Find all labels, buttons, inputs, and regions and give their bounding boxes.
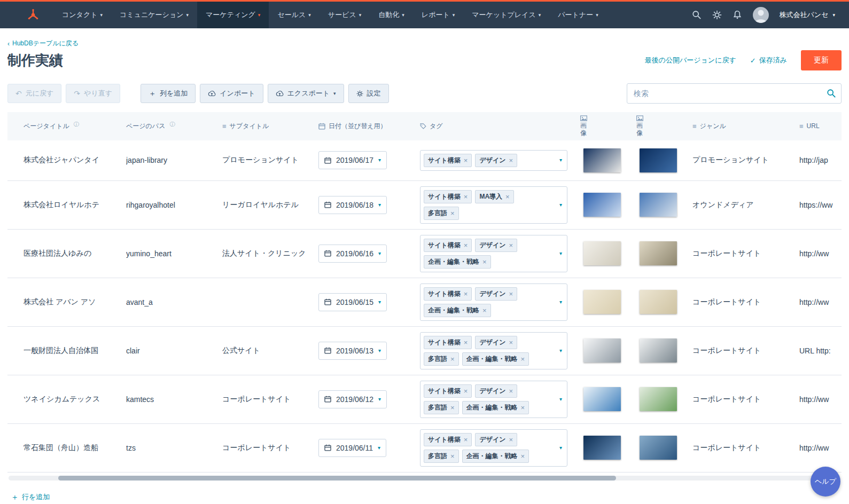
remove-tag-icon[interactable]: × xyxy=(450,452,455,460)
search-input[interactable] xyxy=(627,83,842,104)
nav-item[interactable]: マーケティング▾ xyxy=(197,2,269,28)
image-thumbnail[interactable] xyxy=(583,436,621,460)
tags-select[interactable]: サイト構築×デザイン×多言語×企画・編集・戦略×▾ xyxy=(420,381,567,418)
column-header-1[interactable]: ページのパスⓘ xyxy=(120,119,216,134)
remove-tag-icon[interactable]: × xyxy=(464,193,468,201)
cell-url[interactable]: http://ww xyxy=(793,444,842,452)
cell-subtitle[interactable]: コーポレートサイト xyxy=(216,395,312,404)
image-thumbnail[interactable] xyxy=(583,193,621,217)
bell-icon[interactable] xyxy=(733,10,742,20)
tags-select[interactable]: サイト構築×デザイン×多言語×企画・編集・戦略×▾ xyxy=(420,332,567,369)
remove-tag-icon[interactable]: × xyxy=(509,436,513,444)
cell-genre[interactable]: コーポレートサイト xyxy=(686,346,793,356)
remove-tag-icon[interactable]: × xyxy=(450,404,455,412)
image-thumbnail[interactable] xyxy=(583,148,621,172)
remove-tag-icon[interactable]: × xyxy=(464,156,468,164)
remove-tag-icon[interactable]: × xyxy=(450,209,455,217)
cell-url[interactable]: http://ww xyxy=(793,395,842,404)
cell-url[interactable]: https://ww xyxy=(793,201,842,209)
cell-page-path[interactable]: rihgaroyalhotel xyxy=(120,201,216,209)
nav-item[interactable]: コミュニケーション▾ xyxy=(111,2,197,28)
cell-page-path[interactable]: yumino_heart xyxy=(120,249,216,258)
remove-tag-icon[interactable]: × xyxy=(450,355,455,363)
horizontal-scrollbar-thumb[interactable] xyxy=(58,476,616,481)
avatar[interactable] xyxy=(753,7,769,23)
breadcrumb-back-link[interactable]: ‹ HubDBテーブルに戻る xyxy=(7,39,79,48)
image-thumbnail[interactable] xyxy=(583,338,621,363)
help-button[interactable]: ヘルプ xyxy=(811,467,840,497)
gear-icon[interactable] xyxy=(712,10,722,20)
image-thumbnail[interactable] xyxy=(640,338,677,363)
cell-url[interactable]: http://jap xyxy=(793,156,842,164)
cell-url[interactable]: URL http: xyxy=(793,346,842,355)
remove-tag-icon[interactable]: × xyxy=(509,156,513,164)
date-picker[interactable]: 2019/06/15▾ xyxy=(318,293,387,311)
cell-page-title[interactable]: 医療社団法人ゆみの xyxy=(7,249,120,258)
cell-subtitle[interactable]: コーポレートサイト xyxy=(216,443,312,453)
remove-tag-icon[interactable]: × xyxy=(509,338,513,346)
column-header-5[interactable]: 画像 xyxy=(574,112,630,140)
column-header-3[interactable]: 日付（並び替え用） xyxy=(312,119,414,134)
image-thumbnail[interactable] xyxy=(583,387,621,411)
cell-url[interactable]: http://ww xyxy=(793,298,842,306)
tags-select[interactable]: サイト構築×MA導入×多言語×▾ xyxy=(420,186,567,224)
tags-select[interactable]: サイト構築×デザイン×多言語×企画・編集・戦略×▾ xyxy=(420,429,567,467)
date-picker[interactable]: 2019/06/12▾ xyxy=(318,390,387,408)
cell-genre[interactable]: プロモーションサイト xyxy=(686,155,793,165)
remove-tag-icon[interactable]: × xyxy=(464,436,468,444)
tags-select[interactable]: サイト構築×デザイン×企画・編集・戦略×▾ xyxy=(420,235,567,272)
cell-page-path[interactable]: tzs xyxy=(120,444,216,452)
column-header-8[interactable]: ≡URL xyxy=(793,119,842,133)
nav-item[interactable]: マーケットプレイス▾ xyxy=(463,2,549,28)
remove-tag-icon[interactable]: × xyxy=(464,387,468,395)
horizontal-scrollbar-track[interactable] xyxy=(9,476,840,481)
remove-tag-icon[interactable]: × xyxy=(464,241,468,249)
image-thumbnail[interactable] xyxy=(640,436,677,460)
hubspot-logo[interactable] xyxy=(27,2,40,28)
remove-tag-icon[interactable]: × xyxy=(482,258,487,266)
cell-genre[interactable]: オウンドメディア xyxy=(686,200,793,210)
remove-tag-icon[interactable]: × xyxy=(521,404,525,412)
image-thumbnail[interactable] xyxy=(640,148,677,172)
remove-tag-icon[interactable]: × xyxy=(509,387,513,395)
cell-subtitle[interactable]: リーガロイヤルホテル xyxy=(216,200,312,210)
image-thumbnail[interactable] xyxy=(583,241,621,265)
image-thumbnail[interactable] xyxy=(640,193,677,217)
cell-subtitle[interactable]: プロモーションサイト xyxy=(216,155,312,165)
import-button[interactable]: インポート xyxy=(200,84,263,103)
cell-genre[interactable]: コーポレートサイト xyxy=(686,297,793,307)
revert-to-published-link[interactable]: 最後の公開バージョンに戻す xyxy=(645,56,736,65)
date-picker[interactable]: 2019/06/13▾ xyxy=(318,342,387,360)
tags-select[interactable]: サイト構築×デザイン×▾ xyxy=(420,150,567,171)
column-header-0[interactable]: ページタイトルⓘ xyxy=(7,119,120,134)
date-picker[interactable]: 2019/06/17▾ xyxy=(318,151,387,169)
remove-tag-icon[interactable]: × xyxy=(509,241,513,249)
remove-tag-icon[interactable]: × xyxy=(521,452,525,460)
column-header-7[interactable]: ≡ジャンル xyxy=(686,119,793,134)
image-thumbnail[interactable] xyxy=(640,387,677,411)
cell-genre[interactable]: コーポレートサイト xyxy=(686,395,793,404)
cell-page-title[interactable]: ツネイシカムテックス xyxy=(7,395,120,404)
search-icon[interactable] xyxy=(827,89,836,98)
nav-item[interactable]: 自動化▾ xyxy=(370,2,413,28)
nav-item[interactable]: サービス▾ xyxy=(320,2,370,28)
cell-subtitle[interactable]: 法人サイト・クリニック xyxy=(216,249,312,258)
cell-page-title[interactable]: 株式会社ジャパンタイ xyxy=(7,155,120,165)
date-picker[interactable]: 2019/06/11▾ xyxy=(318,439,386,457)
cell-subtitle[interactable]: 公式サイト xyxy=(216,346,312,356)
cell-page-title[interactable]: 株式会社ロイヤルホテ xyxy=(7,200,120,210)
cell-page-path[interactable]: japan-library xyxy=(120,156,216,164)
image-thumbnail[interactable] xyxy=(583,290,621,314)
column-header-6[interactable]: 画像 xyxy=(630,112,686,140)
tags-select[interactable]: サイト構築×デザイン×企画・編集・戦略×▾ xyxy=(420,284,567,321)
nav-item[interactable]: パートナー▾ xyxy=(549,2,606,28)
column-header-2[interactable]: ≡サブタイトル xyxy=(216,119,312,134)
undo-button[interactable]: ↶ 元に戻す xyxy=(7,84,61,103)
remove-tag-icon[interactable]: × xyxy=(482,306,487,314)
update-button[interactable]: 更新 xyxy=(801,50,842,70)
remove-tag-icon[interactable]: × xyxy=(509,290,513,298)
cell-page-title[interactable]: 株式会社 アバン アソ xyxy=(7,297,120,307)
remove-tag-icon[interactable]: × xyxy=(521,355,525,363)
date-picker[interactable]: 2019/06/18▾ xyxy=(318,196,387,214)
image-thumbnail[interactable] xyxy=(640,241,677,265)
